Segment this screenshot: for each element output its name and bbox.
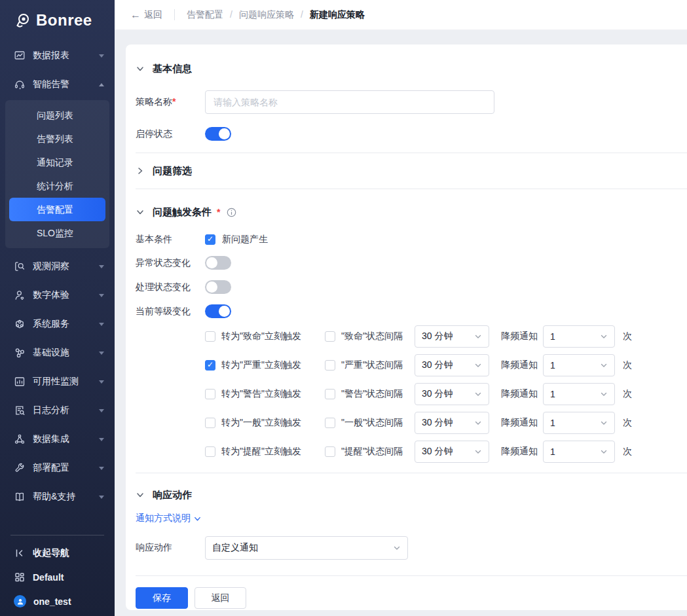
reduce-count-select[interactable]: 1	[543, 412, 615, 434]
toggle-knob	[219, 306, 230, 317]
workspace-switcher[interactable]: Default	[0, 565, 115, 589]
sidebar-item-label: 数据集成	[33, 433, 92, 445]
chevron-down-icon	[474, 333, 482, 340]
back-button-bottom[interactable]: 返回	[195, 587, 246, 609]
sidebar-item-alert-config[interactable]: 告警配置	[9, 198, 105, 221]
status-toggle[interactable]	[205, 127, 231, 141]
reduce-count-select[interactable]: 1	[543, 354, 615, 376]
user-menu[interactable]: one_test	[0, 589, 115, 613]
sidebar-item-digital-experience[interactable]: 数字体验	[0, 281, 115, 310]
chevron-down-icon	[99, 438, 104, 441]
sidebar-item-system-service[interactable]: 系统服务	[0, 310, 115, 338]
response-action-value: 自定义通知	[212, 542, 258, 554]
breadcrumb-response-policy[interactable]: 问题响应策略	[239, 9, 310, 21]
logo[interactable]: Bonree	[0, 0, 115, 37]
level-change-row: 当前等级变化	[136, 304, 687, 318]
immediate-checkbox[interactable]	[205, 360, 215, 371]
collapse-nav-button[interactable]: 收起导航	[0, 541, 115, 565]
reduce-count-value: 1	[550, 331, 555, 342]
section-problem-filter-header[interactable]: 问题筛选	[136, 153, 687, 189]
interval-checkbox[interactable]	[325, 418, 335, 428]
data-integration-icon	[14, 433, 26, 445]
interval-select[interactable]: 30 分钟	[415, 441, 489, 463]
chevron-up-icon	[99, 83, 104, 86]
immediate-checkbox[interactable]	[205, 331, 215, 342]
sidebar-item-label: 帮助&支持	[33, 491, 92, 503]
sidebar-item-log-analysis[interactable]: 日志分析	[0, 396, 115, 425]
sidebar-item-smart-alert[interactable]: 智能告警	[0, 70, 115, 99]
abnormal-state-toggle[interactable]	[205, 256, 231, 270]
interval-select[interactable]: 30 分钟	[415, 383, 489, 405]
chevron-down-icon	[136, 64, 145, 73]
interval-select[interactable]: 30 分钟	[415, 325, 489, 348]
reduce-count-select[interactable]: 1	[543, 325, 615, 348]
sidebar-item-data-integration[interactable]: 数据集成	[0, 425, 115, 454]
interval-select[interactable]: 30 分钟	[415, 354, 489, 376]
notify-method-link[interactable]: 通知方式说明	[136, 513, 202, 524]
breadcrumb-new-policy: 新建响应策略	[310, 9, 365, 21]
interval-checkbox[interactable]	[325, 331, 335, 342]
sidebar-item-help-support[interactable]: 帮助&支持	[0, 482, 115, 511]
sidebar-item-label: 智能告警	[33, 79, 92, 90]
logo-text: Bonree	[36, 11, 92, 29]
interval-select[interactable]: 30 分钟	[415, 412, 489, 434]
sidebar-item-slo-monitor[interactable]: SLO监控	[5, 221, 109, 245]
sidebar-item-infrastructure[interactable]: 基础设施	[0, 338, 115, 367]
response-action-label: 响应动作	[136, 542, 205, 554]
policy-name-input[interactable]	[205, 90, 494, 114]
policy-name-row: 策略名称 *	[136, 90, 687, 114]
basic-condition-row: 基本条件 新问题产生	[136, 234, 687, 245]
sidebar-item-stat-analysis[interactable]: 统计分析	[5, 174, 109, 198]
sidebar-item-alert-list[interactable]: 告警列表	[5, 127, 109, 151]
save-button[interactable]: 保存	[136, 587, 188, 609]
reduce-count-value: 1	[550, 360, 555, 371]
immediate-checkbox[interactable]	[205, 446, 215, 457]
sidebar-item-data-report[interactable]: 数据报表	[0, 41, 115, 70]
section-basic-info-header[interactable]: 基本信息	[136, 58, 687, 80]
chevron-down-icon	[393, 544, 401, 552]
new-problem-checkbox[interactable]	[205, 234, 215, 245]
info-icon[interactable]	[227, 208, 236, 217]
trigger-row-remind: 转为"提醒"立刻触发 "提醒"状态间隔 30 分钟 降频通知 1 次	[205, 437, 687, 466]
back-button[interactable]: ← 返回	[130, 9, 162, 21]
section-response-action-header[interactable]: 响应动作	[136, 484, 687, 506]
handle-state-label: 处理状态变化	[136, 281, 205, 293]
interval-checkbox[interactable]	[325, 446, 335, 457]
user-experience-icon	[14, 289, 26, 301]
interval-checkbox[interactable]	[325, 389, 335, 399]
chevron-down-icon	[600, 390, 608, 398]
sidebar-item-deploy-config[interactable]: 部署配置	[0, 454, 115, 482]
chevron-down-icon	[600, 361, 608, 369]
sidebar-item-problem-list[interactable]: 问题列表	[5, 103, 109, 127]
user-avatar-icon	[14, 595, 26, 607]
breadcrumb-bar: ← 返回 告警配置 问题响应策略 新建响应策略	[115, 0, 687, 30]
immediate-checkbox[interactable]	[205, 418, 215, 428]
sidebar-item-availability[interactable]: 可用性监测	[0, 367, 115, 396]
handle-state-toggle[interactable]	[205, 280, 231, 294]
unit-label: 次	[623, 388, 632, 400]
section-title: 问题触发条件	[153, 206, 212, 219]
section-trigger-header[interactable]: 问题触发条件 *	[136, 201, 687, 223]
reduce-count-select[interactable]: 1	[543, 441, 615, 463]
interval-label: "致命"状态间隔	[341, 331, 408, 342]
chevron-down-icon	[600, 419, 608, 427]
reduce-notify-label: 降频通知	[501, 359, 538, 371]
required-asterisk: *	[217, 207, 220, 217]
reduce-count-select[interactable]: 1	[543, 383, 615, 405]
toggle-knob	[219, 128, 230, 139]
chevron-down-icon	[99, 323, 104, 326]
collapse-icon	[14, 547, 26, 559]
interval-select-value: 30 分钟	[422, 388, 453, 400]
breadcrumb-alert-config[interactable]: 告警配置	[187, 9, 239, 21]
level-change-toggle[interactable]	[205, 304, 231, 318]
immediate-label: 转为"严重"立刻触发	[221, 359, 325, 371]
interval-checkbox[interactable]	[325, 360, 335, 371]
availability-monitor-icon	[14, 376, 26, 388]
sidebar-item-observe[interactable]: 观测洞察	[0, 252, 115, 281]
smart-alert-submenu: 问题列表 告警列表 通知记录 统计分析 告警配置 SLO监控	[5, 100, 109, 248]
sidebar-item-notify-record[interactable]: 通知记录	[5, 151, 109, 174]
immediate-label: 转为"一般"立刻触发	[221, 417, 325, 429]
interval-select-value: 30 分钟	[422, 446, 453, 458]
response-action-select[interactable]: 自定义通知	[205, 536, 408, 560]
immediate-checkbox[interactable]	[205, 389, 215, 399]
